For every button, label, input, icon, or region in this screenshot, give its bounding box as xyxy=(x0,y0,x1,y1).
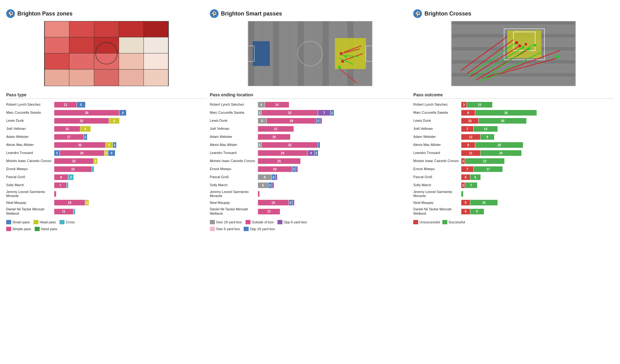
bar-segment xyxy=(461,191,463,197)
svg-rect-15 xyxy=(44,69,69,86)
player-row: Daniel Nii Tackie Mensah Welbeck11 xyxy=(6,207,207,215)
bar-segment: 2 xyxy=(104,150,108,156)
player-row: Moisés Isaac Caicedo Corozo223 xyxy=(413,158,614,164)
player-row: Jeremy Leonel Sarmiento Morante xyxy=(413,190,614,198)
svg-rect-4 xyxy=(119,21,144,37)
player-row: Marc Cucurella Saseta384 xyxy=(6,109,207,116)
bar-segment: 10 xyxy=(461,118,478,124)
player-row: Neal Maupay182 xyxy=(210,199,410,206)
bar-segment: 25 xyxy=(258,158,301,164)
bars-container: 21 xyxy=(258,126,410,132)
player-row: Joël Veltman156 xyxy=(6,125,207,132)
player-row: Robert Lynch Sánchez414 xyxy=(210,101,410,108)
bar-segment: 13 xyxy=(258,209,280,214)
bar-segment xyxy=(276,174,277,180)
bar-segment: 28 xyxy=(479,118,526,124)
player-row: Leandro Trossard2942 xyxy=(210,150,410,156)
bar-segment: 7 xyxy=(461,126,473,132)
svg-rect-17 xyxy=(94,69,119,86)
bar-segment: 6 xyxy=(80,126,91,132)
player-row: Marc Cucurella Saseta836 xyxy=(413,109,614,116)
legend-color-box xyxy=(35,227,40,231)
legend-item: Successful xyxy=(442,220,465,224)
player-name: Neal Maupay xyxy=(6,201,54,205)
svg-rect-19 xyxy=(144,69,168,86)
bar-segment: 26 xyxy=(60,150,104,156)
player-name: Lewis Dunk xyxy=(413,119,461,123)
player-name: Joël Veltman xyxy=(210,127,258,131)
bar-segment: 3 xyxy=(54,150,60,156)
panel-title-pass-zones: ⚽Brighton Pass zones xyxy=(6,9,207,18)
legend-item: Simple pass xyxy=(6,227,31,231)
bar-segment: 24 xyxy=(480,150,521,156)
panel-pass-zones: ⚽Brighton Pass zones xyxy=(6,9,207,231)
bars-container: 384 xyxy=(54,110,207,116)
bar-segment: 28 xyxy=(475,142,523,148)
bar-segment: 17 xyxy=(474,166,503,172)
bar-segment: 29 xyxy=(258,150,308,156)
bar-segment: 8 xyxy=(461,142,475,148)
player-row: Enock Mwepu202 xyxy=(210,166,410,173)
bar-segment: 4 xyxy=(258,102,265,107)
bars-container: 25 xyxy=(258,158,410,164)
bar-segment: 8 xyxy=(480,134,494,140)
svg-point-52 xyxy=(341,60,344,63)
svg-point-51 xyxy=(339,52,343,55)
player-name: Daniel Nii Tackie Mensah Welbeck xyxy=(6,207,54,215)
brighton-icon: ⚽ xyxy=(413,9,422,18)
svg-rect-16 xyxy=(69,69,94,86)
player-name: Moisés Isaac Caicedo Corozo xyxy=(210,159,258,163)
legend-label: Unsuccessful xyxy=(419,220,440,224)
player-name: Lewis Dunk xyxy=(210,119,258,123)
player-row: Daniel Nii Tackie Mensah Welbeck13 xyxy=(210,207,410,215)
legend-color-box xyxy=(210,220,215,224)
player-name: Enock Mwepu xyxy=(413,167,461,171)
bar-segment: 2 xyxy=(315,150,318,156)
bars-container: 19 xyxy=(258,134,410,140)
svg-rect-57 xyxy=(452,21,576,24)
player-name: Daniel Nii Tackie Mensah Welbeck xyxy=(210,207,258,215)
player-name: Enock Mwepu xyxy=(210,167,258,171)
bars-container: 11 xyxy=(54,209,207,214)
pitch-pass-zones xyxy=(6,21,207,86)
svg-point-83 xyxy=(528,47,531,50)
svg-rect-6 xyxy=(44,37,69,53)
bar-segment: 5 xyxy=(77,102,86,107)
bar-segment: 5 xyxy=(258,118,267,124)
bars-container: 717 xyxy=(461,166,614,172)
bars-container: 326 xyxy=(54,118,207,124)
legend-label: Cross xyxy=(66,220,75,224)
player-name: Robert Lynch Sánchez xyxy=(6,103,54,107)
svg-rect-1 xyxy=(44,21,69,37)
section-title-crosses: Pass outcome xyxy=(413,92,614,99)
svg-point-86 xyxy=(555,55,559,59)
bar-segment: 8 xyxy=(470,209,484,214)
svg-rect-10 xyxy=(144,37,168,53)
svg-rect-3 xyxy=(94,21,119,37)
bar-segment: 16 xyxy=(470,200,498,205)
player-row: Adam Webster172 xyxy=(6,134,207,140)
bar-segment: 2 xyxy=(292,166,296,172)
bars-container: 836 xyxy=(461,110,614,116)
svg-rect-32 xyxy=(273,21,279,86)
player-row: Alexis Mac Allister3042 xyxy=(6,142,207,148)
bar-segment: 18 xyxy=(54,200,85,205)
bar-segment: 8 xyxy=(54,174,68,180)
player-row: Alexis Mac Allister233 xyxy=(210,142,410,148)
legend-label: Hand pass xyxy=(41,227,57,231)
bar-segment: 3 xyxy=(461,102,467,107)
panel-title-text: Brighton Smart passes xyxy=(221,11,282,17)
bar-segment: 23 xyxy=(465,158,504,164)
player-row: Moisés Isaac Caicedo Corozo25 xyxy=(210,158,410,164)
player-row: Marc Cucurella Saseta23372 xyxy=(210,109,410,116)
player-name: Neal Maupay xyxy=(210,201,258,205)
bars-container: 182 xyxy=(258,200,410,205)
player-name: Alexis Mac Allister xyxy=(6,143,54,147)
bars-container: 202 xyxy=(258,166,410,172)
bars-container: 414 xyxy=(258,102,410,107)
bars-container: 23372 xyxy=(258,110,410,116)
bars-container: 82 xyxy=(258,174,410,180)
legend-item: Own 18 yard box xyxy=(210,220,242,224)
svg-rect-33 xyxy=(285,21,291,86)
bar-segment: 2 xyxy=(317,118,320,124)
